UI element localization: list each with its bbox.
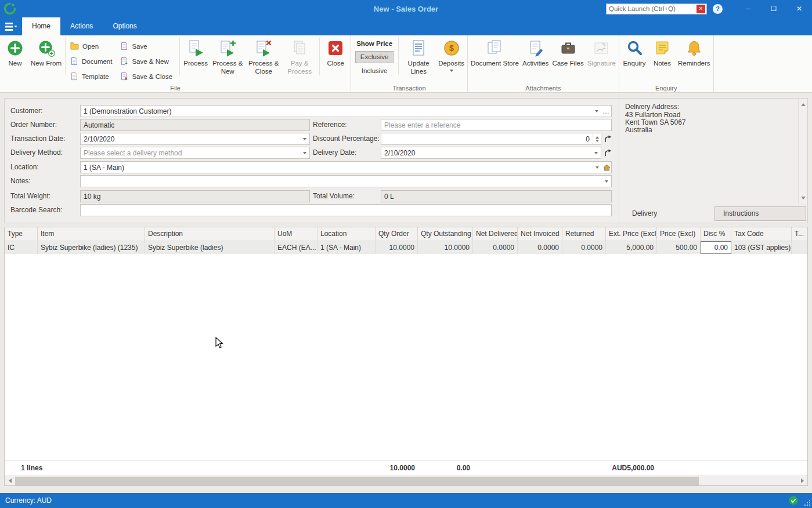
tab-instructions[interactable]: Instructions — [714, 206, 806, 221]
grid-horizontal-scrollbar[interactable] — [5, 476, 807, 485]
grid-row-selected[interactable]: IC Sybiz Superbike (ladies) (1235) Sybiz… — [5, 241, 807, 254]
column-header[interactable]: Ext. Price (Excl) — [606, 227, 657, 241]
reference-input[interactable] — [381, 121, 611, 129]
close-window-button[interactable]: ✕ — [786, 0, 812, 17]
cell-item[interactable]: Sybiz Superbike (ladies) (1235) — [38, 241, 145, 254]
tab-home[interactable]: Home — [22, 17, 60, 35]
transaction-date-dropdown-icon[interactable] — [300, 133, 309, 144]
column-header[interactable]: Qty Outstanding — [418, 227, 473, 241]
scrollbar-thumb[interactable] — [15, 477, 699, 485]
quick-launch-box[interactable]: ✕ — [606, 3, 707, 14]
tab-delivery[interactable]: Delivery — [624, 206, 714, 221]
cell-price[interactable]: 500.00 — [657, 241, 701, 254]
open-button[interactable]: Open — [67, 39, 117, 54]
column-header[interactable]: T... — [792, 227, 807, 241]
column-header[interactable]: Returned — [562, 227, 606, 241]
save-button[interactable]: Save — [117, 39, 178, 54]
cell-location[interactable]: 1 (SA - Main) — [317, 241, 376, 254]
footer-qty-order-total: 10.0000 — [376, 460, 418, 476]
column-header[interactable]: Location — [317, 227, 376, 241]
scroll-left-icon[interactable] — [5, 476, 15, 486]
location-field[interactable]: 1 (SA - Main) — [80, 161, 612, 173]
update-lines-button[interactable]: Update Lines — [400, 36, 436, 84]
customer-dropdown-icon[interactable] — [592, 106, 601, 117]
customer-ellipsis-button[interactable]: … — [601, 106, 611, 117]
tab-actions[interactable]: Actions — [60, 17, 103, 35]
show-price-inclusive-option[interactable]: Inclusive — [355, 65, 394, 77]
minimize-button[interactable]: – — [735, 0, 761, 17]
save-and-new-button[interactable]: Save & New — [117, 54, 178, 69]
help-button[interactable]: ? — [713, 4, 723, 14]
delivery-method-field[interactable]: Please select a delivery method — [80, 147, 310, 159]
column-header[interactable]: Tax Code — [731, 227, 792, 241]
process-and-close-button[interactable]: Process & Close — [246, 36, 282, 84]
enquiry-button[interactable]: Enquiry — [620, 36, 648, 84]
deposits-button[interactable]: $ Deposits — [436, 36, 466, 84]
cell-uom[interactable]: EACH (EA... — [275, 241, 317, 254]
column-header[interactable]: Price (Excl) — [657, 227, 701, 241]
cell-net-invoiced[interactable]: 0.0000 — [518, 241, 562, 254]
document-button[interactable]: Document — [67, 54, 117, 69]
discount-percentage-input[interactable] — [381, 135, 593, 143]
scroll-up-icon[interactable] — [799, 100, 807, 109]
column-header[interactable]: Net Delivered — [473, 227, 518, 241]
cell-qty-order[interactable]: 10.0000 — [376, 241, 418, 254]
discount-percentage-field[interactable] — [381, 133, 601, 145]
cell-tax-code[interactable]: 103 (GST applies) — [731, 241, 792, 254]
reminders-button[interactable]: Reminders — [676, 36, 712, 84]
activities-button[interactable]: Activities — [521, 36, 550, 84]
case-files-button[interactable]: Case Files — [550, 36, 585, 84]
barcode-search-field[interactable] — [80, 204, 612, 216]
cell-net-delivered[interactable]: 0.0000 — [473, 241, 518, 254]
new-button[interactable]: New — [1, 36, 29, 84]
column-header[interactable]: Qty Order — [376, 227, 418, 241]
column-header[interactable]: Item — [38, 227, 145, 241]
column-header[interactable]: Net Invoiced — [518, 227, 562, 241]
transaction-date-field[interactable]: 2/10/2020 — [80, 133, 310, 145]
delivery-date-field[interactable]: 2/10/2020 — [381, 147, 601, 159]
scroll-right-icon[interactable] — [797, 476, 807, 486]
cell-type[interactable]: IC — [5, 241, 38, 254]
column-header[interactable]: Description — [145, 227, 275, 241]
close-button[interactable]: Close — [322, 36, 349, 84]
location-dropdown-icon[interactable] — [593, 162, 602, 173]
document-store-button[interactable]: Document Store — [469, 36, 521, 84]
app-menu-button[interactable] — [0, 17, 22, 35]
delivery-date-reset-icon[interactable] — [603, 147, 612, 159]
delivery-method-dropdown-icon[interactable] — [300, 147, 309, 158]
cell-ext-price[interactable]: 5,000.00 — [606, 241, 657, 254]
notes-field[interactable] — [80, 175, 612, 187]
customer-field[interactable]: 1 (Demonstration Customer) … — [80, 105, 612, 117]
column-header[interactable]: Type — [5, 227, 38, 241]
open-folder-icon — [70, 42, 79, 51]
column-header[interactable]: UoM — [275, 227, 317, 241]
show-price-exclusive-option[interactable]: Exclusive — [355, 51, 394, 63]
resize-grip[interactable] — [804, 499, 811, 506]
discount-reset-icon[interactable] — [603, 133, 612, 145]
quick-launch-input[interactable] — [607, 5, 696, 12]
new-from-button[interactable]: New From — [29, 36, 63, 84]
process-and-new-button[interactable]: Process & New — [210, 36, 246, 84]
cell-returned[interactable]: 0.0000 — [562, 241, 606, 254]
reminders-bell-icon — [685, 38, 703, 58]
notes-button[interactable]: Notes — [648, 36, 676, 84]
scroll-down-icon[interactable] — [799, 194, 807, 203]
tab-options[interactable]: Options — [103, 17, 146, 35]
cell-qty-outstanding[interactable]: 10.0000 — [418, 241, 473, 254]
template-button[interactable]: Template — [67, 69, 117, 84]
cell-extra[interactable] — [792, 241, 807, 254]
process-button[interactable]: Process — [182, 36, 210, 84]
cell-disc-percent[interactable]: 0.00 — [701, 241, 731, 254]
delivery-panel-scrollbar[interactable] — [798, 99, 807, 204]
save-and-close-button[interactable]: Save & Close — [117, 69, 178, 84]
discount-spinner[interactable] — [593, 133, 601, 144]
location-home-icon[interactable] — [602, 162, 611, 173]
quick-launch-close-icon[interactable]: ✕ — [696, 5, 705, 13]
delivery-date-dropdown-icon[interactable] — [591, 147, 601, 158]
column-header[interactable]: Disc % — [701, 227, 731, 241]
barcode-search-input[interactable] — [81, 206, 611, 215]
cell-description[interactable]: Sybiz Superbike (ladies) — [145, 241, 275, 254]
notes-dropdown-icon[interactable] — [602, 176, 611, 187]
reference-field[interactable] — [381, 119, 612, 131]
maximize-button[interactable]: ☐ — [761, 0, 786, 17]
